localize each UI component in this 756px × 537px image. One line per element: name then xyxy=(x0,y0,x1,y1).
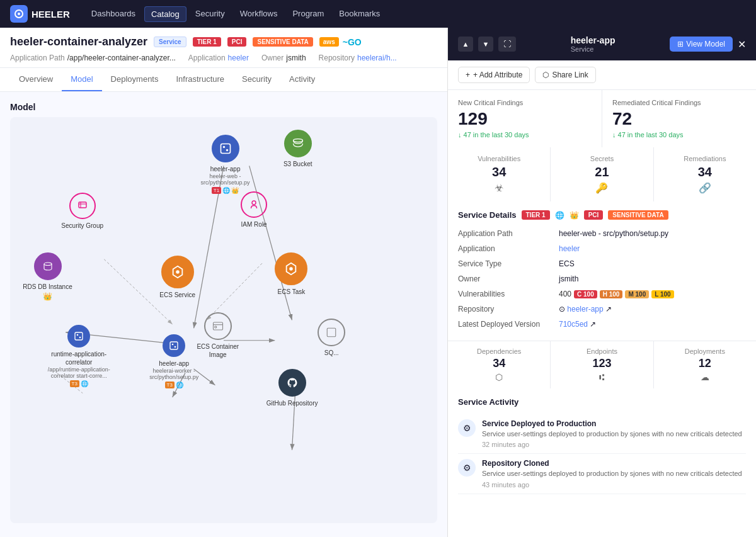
mini-stats-row: Vulnerabilities 34 ☣ Secrets 21 🔑 Remedi… xyxy=(448,147,756,201)
nav-up-button[interactable]: ▲ xyxy=(458,37,473,52)
biohazard-icon: ☣ xyxy=(458,182,540,194)
view-model-icon: ⊞ xyxy=(677,40,684,48)
secrets-label: Secrets xyxy=(561,155,643,162)
vulnerabilities-card[interactable]: Vulnerabilities 34 ☣ xyxy=(448,147,550,201)
app-path-val: heeler-web - src/python/setup.py xyxy=(559,229,746,238)
activity-item-0: ⚙ Service Deployed to Production Service… xyxy=(458,414,746,454)
close-button[interactable]: ✕ xyxy=(738,38,746,50)
endpoints-stat[interactable]: Endpoints 123 ⑆ xyxy=(551,341,653,388)
svg-point-29 xyxy=(215,326,217,328)
high-badge: H 100 xyxy=(600,290,623,298)
add-attribute-button[interactable]: + + Add Attribute xyxy=(458,67,530,83)
remediations-card[interactable]: Remediations 34 🔗 xyxy=(654,147,756,201)
svg-point-16 xyxy=(226,149,227,151)
svg-point-17 xyxy=(293,139,302,142)
rp-subtitle: Service xyxy=(571,45,616,53)
meta-row: Application Path /app/heeler-container-a… xyxy=(10,54,437,62)
node-rds[interactable]: RDS DB Instance 👑 xyxy=(23,252,72,301)
rp-title-area: heeler-app Service xyxy=(571,35,616,53)
deployments-label: Deployments xyxy=(664,348,746,355)
link-icon: 🔗 xyxy=(664,182,746,194)
tab-model[interactable]: Model xyxy=(62,68,101,91)
nav-bookmarks[interactable]: Bookmarks xyxy=(333,6,386,22)
node-s3-bucket[interactable]: S3 Bucket xyxy=(284,130,312,168)
nav-security[interactable]: Security xyxy=(189,6,231,22)
detail-sensitive-badge: SENSITIVE DATA xyxy=(608,210,668,220)
github-small-icon: ⊙ xyxy=(559,305,567,314)
application-key: Application xyxy=(458,244,559,253)
svg-point-22 xyxy=(176,270,180,274)
activity-icon-0: ⚙ xyxy=(458,419,476,437)
diagram-container[interactable]: heeler-app heeler-web - src/python/setup… xyxy=(10,117,437,523)
owner-val: jsmith xyxy=(559,274,746,283)
activity-item-1: ⚙ Repository Cloned Service user-setting… xyxy=(458,454,746,494)
activity-time-0: 32 minutes ago xyxy=(482,441,746,448)
svg-line-7 xyxy=(207,263,262,320)
new-critical-card: New Critical Findings 129 ↓ 47 in the la… xyxy=(448,90,602,147)
node-heeler-app-main[interactable]: heeler-app heeler-web - src/python/setup… xyxy=(194,135,257,194)
tab-deployments[interactable]: Deployments xyxy=(102,68,168,91)
node-heeler-worker[interactable]: heeler-app heelerai-worker - src/python/… xyxy=(142,334,205,388)
app-path-item: Application Path /app/heeler-container-a… xyxy=(10,54,176,62)
left-panel: heeler-container-analyzer Service TIER 1… xyxy=(0,28,447,537)
share-link-button[interactable]: ⬡ Share Link xyxy=(535,67,595,83)
owner-item: Owner jsmith xyxy=(261,54,306,62)
new-critical-change: ↓ 47 in the last 30 days xyxy=(458,131,592,138)
tab-overview[interactable]: Overview xyxy=(10,68,62,91)
vulnerabilities-val: 400 C 100 H 100 M 100 L 100 xyxy=(559,290,746,298)
svg-point-27 xyxy=(79,337,81,339)
detail-tier-badge: TIER 1 xyxy=(522,210,550,220)
owner-key: Owner xyxy=(458,274,559,283)
activity-desc-0: Service user-settings deployed to produc… xyxy=(482,429,746,439)
view-model-button[interactable]: ⊞ View Model xyxy=(670,37,733,52)
new-critical-value: 129 xyxy=(458,109,592,129)
endpoints-label: Endpoints xyxy=(561,348,643,355)
remediations-label: Remediations xyxy=(664,155,746,162)
nav-program[interactable]: Program xyxy=(286,6,330,22)
model-title: Model xyxy=(10,102,437,112)
node-ecs-task[interactable]: ECS Task xyxy=(275,252,307,296)
node-security-group[interactable]: Security Group xyxy=(61,193,103,230)
application-val[interactable]: heeler xyxy=(559,244,746,253)
detail-pci-badge: PCI xyxy=(584,210,604,220)
tab-infrastructure[interactable]: Infrastructure xyxy=(167,68,233,91)
application-item: Application heeler xyxy=(188,54,249,62)
application-row: Application heeler xyxy=(458,241,746,256)
activity-title: Service Activity xyxy=(458,397,746,407)
node-ecs-service[interactable]: ECS Service xyxy=(159,256,195,299)
repository-val: ⊙ heeler-app ↗ xyxy=(559,305,746,314)
nav-dashboards[interactable]: Dashboards xyxy=(85,6,142,22)
bottom-stats-row: Dependencies 34 ⬡ Endpoints 123 ⑆ Deploy… xyxy=(448,341,756,388)
vuln-label: Vulnerabilities xyxy=(458,155,540,162)
globe-icon: 🌐 xyxy=(555,211,564,220)
svg-rect-33 xyxy=(327,328,336,337)
secrets-value: 21 xyxy=(561,165,643,179)
svg-point-32 xyxy=(175,346,176,348)
node-runtime[interactable]: runtime-application-correlator /app/runt… xyxy=(44,325,113,387)
activity-content-1: Repository Cloned Service user-settings … xyxy=(482,459,746,488)
svg-rect-30 xyxy=(170,342,178,349)
share-icon: ⬡ xyxy=(542,71,549,79)
nav-down-button[interactable]: ▼ xyxy=(478,37,493,52)
plus-icon: + xyxy=(466,71,470,79)
nav-workflows[interactable]: Workflows xyxy=(234,6,284,22)
rp-nav-controls: ▲ ▼ ⛶ xyxy=(458,37,516,52)
svg-point-23 xyxy=(290,267,294,271)
node-iam-role[interactable]: IAM Role xyxy=(241,191,267,229)
model-area: Model xyxy=(0,92,447,537)
aws-badge: aws xyxy=(319,37,339,47)
nav-catalog[interactable]: Catalog xyxy=(144,6,186,22)
service-details-section: Service Details TIER 1 🌐 👑 PCI SENSITIVE… xyxy=(448,201,756,341)
tab-security[interactable]: Security xyxy=(233,68,280,91)
svg-rect-28 xyxy=(213,322,222,330)
tab-activity[interactable]: Activity xyxy=(280,68,324,91)
deployments-stat[interactable]: Deployments 12 ☁ xyxy=(654,341,756,388)
node-github[interactable]: GitHub Repository xyxy=(266,369,318,407)
secrets-card[interactable]: Secrets 21 🔑 xyxy=(551,147,653,201)
expand-button[interactable]: ⛶ xyxy=(498,37,516,52)
activity-icon-1: ⚙ xyxy=(458,459,476,477)
activity-time-1: 43 minutes ago xyxy=(482,481,746,489)
node-sq[interactable]: SQ... xyxy=(318,319,345,357)
dependencies-stat[interactable]: Dependencies 34 ⬡ xyxy=(448,341,550,388)
vulnerabilities-key: Vulnerabilities xyxy=(458,290,559,298)
